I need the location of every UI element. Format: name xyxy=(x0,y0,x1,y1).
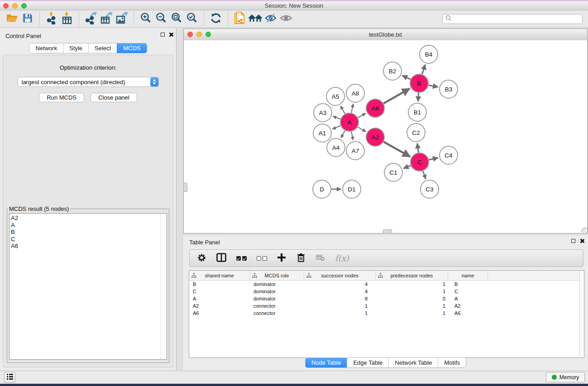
delete-table-button[interactable] xyxy=(316,254,325,262)
select-all-rows-button[interactable] xyxy=(236,256,247,261)
graph-node-A2[interactable]: A2 xyxy=(366,128,384,146)
add-column-button[interactable] xyxy=(277,253,286,263)
edge-A-A8[interactable] xyxy=(351,104,353,113)
graph-node-A5[interactable]: A5 xyxy=(326,87,344,105)
result-item[interactable]: A2 xyxy=(10,214,167,222)
edge-A6-B[interactable] xyxy=(383,89,410,104)
table-row[interactable]: A6connector11A6 xyxy=(189,310,584,317)
graph-node-C3[interactable]: C3 xyxy=(421,180,439,198)
network-view-window[interactable]: testGlobe.txt AA1A2A3A4A5A6A7A8BB1B2B3B4… xyxy=(183,29,588,234)
deselect-all-rows-button[interactable] xyxy=(257,256,267,261)
graph-node-A8[interactable]: A8 xyxy=(346,84,364,102)
refresh-button[interactable] xyxy=(208,12,224,26)
graph-node-A3[interactable]: A3 xyxy=(314,104,332,122)
edge-A-A3[interactable] xyxy=(333,116,341,119)
open-file-button[interactable] xyxy=(5,12,20,26)
window-titlebar[interactable]: Session: New Session xyxy=(0,1,588,10)
show-columns-button[interactable] xyxy=(216,253,226,263)
graph-node-B2[interactable]: B2 xyxy=(383,62,402,80)
resize-grip-icon[interactable] xyxy=(581,227,587,233)
home-view-button[interactable] xyxy=(248,12,263,26)
zoom-fit-button[interactable] xyxy=(169,12,184,26)
import-table-button[interactable] xyxy=(59,12,75,26)
result-item[interactable]: A xyxy=(10,222,167,229)
float-panel-icon[interactable] xyxy=(161,33,165,37)
export-network-button[interactable] xyxy=(83,12,99,26)
column-header-MCDS-role[interactable]: MCDS role xyxy=(250,271,304,280)
search-field[interactable] xyxy=(442,14,583,24)
tab-motifs[interactable]: Motifs xyxy=(438,358,466,367)
tab-mcds[interactable]: MCDS xyxy=(117,43,146,53)
hide-panels-button[interactable] xyxy=(263,12,278,26)
graph-node-A4[interactable]: A4 xyxy=(327,138,345,157)
import-network-button[interactable] xyxy=(44,12,59,26)
mcds-result-list[interactable]: A2ABCA6 xyxy=(9,213,167,360)
edge-B-B2[interactable] xyxy=(402,76,411,79)
edge-A-A2[interactable] xyxy=(358,127,366,132)
edge-A-A7[interactable] xyxy=(351,132,353,140)
export-table-button[interactable] xyxy=(99,12,114,26)
edge-B-B4[interactable] xyxy=(422,65,425,74)
zoom-selected-button[interactable] xyxy=(184,12,200,26)
graph-node-B1[interactable]: B1 xyxy=(408,103,426,121)
result-item[interactable]: B xyxy=(10,229,167,236)
left-grip-handle[interactable] xyxy=(183,183,187,192)
network-from-file-button[interactable] xyxy=(232,12,248,26)
tab-select[interactable]: Select xyxy=(88,43,117,53)
search-input[interactable] xyxy=(452,15,579,23)
table-row[interactable]: Adominator80A xyxy=(189,295,584,302)
table-settings-button[interactable] xyxy=(197,253,206,264)
close-panel-icon[interactable] xyxy=(168,32,173,37)
network-canvas[interactable]: AA1A2A3A4A5A6A7A8BB1B2B3B4CC1C2C3C4DD1 xyxy=(184,40,587,233)
graph-node-D[interactable]: D xyxy=(313,180,331,198)
float-table-panel-icon[interactable] xyxy=(571,239,575,243)
function-builder-button[interactable]: f(x) xyxy=(335,253,349,263)
graph-node-D1[interactable]: D1 xyxy=(343,180,361,198)
graph-node-C[interactable]: C xyxy=(411,153,429,171)
graph-node-C2[interactable]: C2 xyxy=(407,124,425,142)
result-scrollbar[interactable] xyxy=(160,214,167,359)
save-session-button[interactable] xyxy=(20,12,35,26)
run-mcds-button[interactable]: Run MCDS xyxy=(39,93,84,102)
tab-network[interactable]: Network xyxy=(29,43,63,53)
zoom-out-button[interactable] xyxy=(153,12,169,26)
edge-C-C3[interactable] xyxy=(423,171,426,179)
graph-node-A1[interactable]: A1 xyxy=(313,124,331,142)
edge-B-B3[interactable] xyxy=(429,85,438,87)
graph-node-B3[interactable]: B3 xyxy=(440,80,458,98)
edge-C-C1[interactable] xyxy=(403,166,411,169)
edge-C-C2[interactable] xyxy=(417,143,419,152)
show-panels-button[interactable] xyxy=(278,12,294,26)
graph-node-C1[interactable]: C1 xyxy=(384,163,402,181)
graph-node-A6[interactable]: A6 xyxy=(366,99,384,117)
graph-node-C4[interactable]: C4 xyxy=(440,146,458,164)
tab-network-table[interactable]: Network Table xyxy=(388,358,438,367)
close-panel-button[interactable]: Close panel xyxy=(91,93,137,102)
edge-B-B1[interactable] xyxy=(418,93,419,101)
node-table[interactable]: shared nameMCDS rolesuccessor nodesprede… xyxy=(189,270,584,358)
delete-column-button[interactable] xyxy=(296,253,306,264)
export-image-button[interactable] xyxy=(114,12,129,26)
network-window-titlebar[interactable]: testGlobe.txt xyxy=(184,29,587,41)
zoom-in-button[interactable] xyxy=(138,12,153,26)
edge-C-C4[interactable] xyxy=(429,158,438,160)
tab-style[interactable]: Style xyxy=(63,43,88,53)
edge-A-A4[interactable] xyxy=(341,131,345,138)
memory-button[interactable]: Memory xyxy=(546,372,585,382)
edge-A-A5[interactable] xyxy=(341,106,345,114)
column-header-shared-name[interactable]: shared name xyxy=(189,271,250,280)
network-graph[interactable]: AA1A2A3A4A5A6A7A8BB1B2B3B4CC1C2C3C4DD1 xyxy=(184,40,587,234)
result-item[interactable]: C xyxy=(10,236,167,243)
column-header-successor-nodes[interactable]: successor nodes xyxy=(304,271,376,280)
table-row[interactable]: Cdominator41C xyxy=(189,288,584,295)
bottom-grip-handle[interactable] xyxy=(383,229,392,234)
result-item[interactable]: A6 xyxy=(10,243,167,250)
edge-A2-C[interactable] xyxy=(383,142,410,157)
graph-node-A[interactable]: A xyxy=(340,113,359,131)
tab-node-table[interactable]: Node Table xyxy=(306,358,347,367)
column-header-name[interactable]: name xyxy=(448,271,488,280)
close-table-panel-icon[interactable] xyxy=(579,238,584,243)
column-header-predecessor-nodes[interactable]: predecessor nodes xyxy=(376,271,448,280)
graph-node-A7[interactable]: A7 xyxy=(346,142,364,160)
table-row[interactable]: Bdominator41B xyxy=(189,281,584,288)
